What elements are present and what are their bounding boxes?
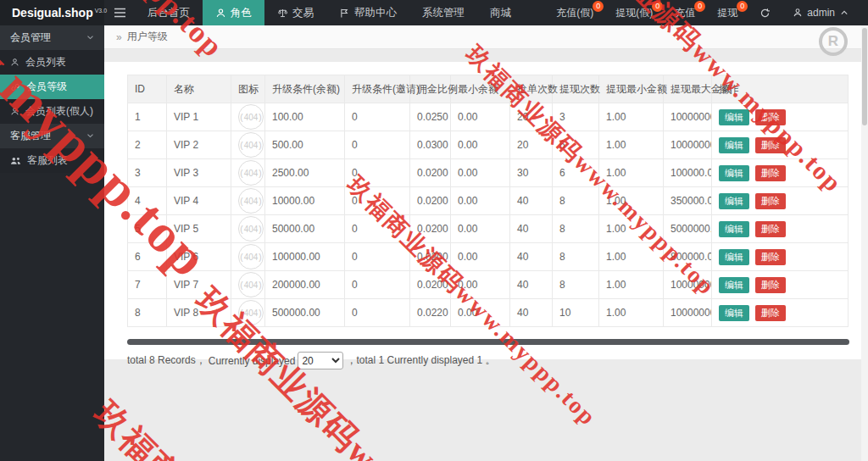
delete-button[interactable]: 删除 xyxy=(755,193,786,209)
sidebar-item-member-list-fake[interactable]: 会员列表(假人) xyxy=(0,99,104,124)
cell: 8 xyxy=(553,271,599,299)
cell: 1.00 xyxy=(599,271,664,299)
nav-label: 交易 xyxy=(292,6,314,20)
sidebar-item-label: 会员列表(假人) xyxy=(25,104,93,119)
delete-button[interactable]: 删除 xyxy=(755,221,786,237)
person-icon xyxy=(215,8,226,19)
cell: 8 xyxy=(553,243,599,271)
admin-page: Desigual.shop V3.0 后台首页 角色 交易 xyxy=(0,0,868,461)
cell: 0.00 xyxy=(451,131,510,159)
nav-label: 后台首页 xyxy=(147,6,190,20)
delete-button[interactable]: 删除 xyxy=(755,249,786,265)
nav-label: 帮助中心 xyxy=(354,6,397,20)
nav-label: 提现(假) xyxy=(615,6,653,20)
cell: 500.00 xyxy=(265,131,345,159)
broken-image-404-icon: 404 xyxy=(238,104,264,130)
pagination: total 8 Records， Currently displayed 20 … xyxy=(127,352,496,369)
nav-item-system[interactable]: 系统管理 xyxy=(409,0,477,25)
icon-cell: 404 xyxy=(231,299,265,327)
nav-item-mall[interactable]: 商城 xyxy=(477,0,524,25)
edit-button[interactable]: 编辑 xyxy=(719,109,749,125)
page-size-select[interactable]: 20 xyxy=(298,352,343,369)
edit-button[interactable]: 编辑 xyxy=(719,137,749,153)
sidebar-item-member-list[interactable]: 会员列表 xyxy=(0,50,104,75)
cell: 50000.00 xyxy=(265,215,345,243)
topbar: Desigual.shop V3.0 后台首页 角色 交易 xyxy=(0,0,868,25)
scrollbar-thumb[interactable] xyxy=(862,28,867,125)
delete-button[interactable]: 删除 xyxy=(755,305,786,321)
cell: VIP 1 xyxy=(167,103,231,131)
withdraw-fake-button[interactable]: 提现(假) 0 xyxy=(604,0,664,25)
sidebar-section-member-mgmt[interactable]: 会员管理 xyxy=(0,25,104,50)
cell: 0.00 xyxy=(451,271,510,299)
sidebar-section-service-mgmt[interactable]: 客服管理 xyxy=(0,124,104,148)
col-header: 名称 xyxy=(167,75,231,103)
nav-label: 商城 xyxy=(490,6,511,20)
delete-button[interactable]: 删除 xyxy=(755,165,786,181)
person-icon xyxy=(793,8,803,18)
cell: 1.00 xyxy=(599,215,664,243)
cell: 0.0200 xyxy=(410,215,451,243)
edit-button[interactable]: 编辑 xyxy=(719,221,749,237)
sidebar-item-label: 会员等级 xyxy=(26,80,67,94)
edit-button[interactable]: 编辑 xyxy=(719,249,749,265)
edit-button[interactable]: 编辑 xyxy=(719,305,749,321)
sidebar-item-label: 会员列表 xyxy=(25,55,66,69)
cell: 0 xyxy=(345,131,410,159)
edit-button[interactable]: 编辑 xyxy=(719,193,749,209)
delete-button[interactable]: 删除 xyxy=(755,137,786,153)
menu-toggle-icon[interactable] xyxy=(104,0,135,25)
vertical-scrollbar[interactable] xyxy=(861,25,868,461)
users-icon xyxy=(10,156,21,165)
nav-item-trade[interactable]: 交易 xyxy=(264,0,326,25)
horizontal-scrollbar[interactable] xyxy=(127,339,849,345)
actions-cell: 编辑删除 xyxy=(712,243,849,271)
table-row: 4VIP 440410000.0000.02000.004081.0035000… xyxy=(128,187,849,215)
user-menu[interactable]: admin xyxy=(782,0,860,25)
actions-cell: 编辑删除 xyxy=(712,187,849,215)
records-total-text: total 8 Records， xyxy=(127,353,206,368)
cell: 0 xyxy=(345,159,410,187)
breadcrumb-arrow-icon: » xyxy=(116,31,122,43)
broken-image-404-icon: 404 xyxy=(238,272,264,297)
recharge-button[interactable]: 充值 0 xyxy=(664,0,706,25)
actions-cell: 编辑删除 xyxy=(712,131,849,159)
cell: 6 xyxy=(553,159,599,187)
cell: 40 xyxy=(510,187,553,215)
cell: 0.0200 xyxy=(410,243,451,271)
cell: 100.00 xyxy=(265,103,345,131)
user-level-table: ID 名称 图标 升级条件(余额) 升级条件(邀请) 佣金比例 最小余额 抢单次… xyxy=(127,75,849,327)
cell: 10 xyxy=(553,299,599,327)
nav-item-roles[interactable]: 角色 xyxy=(203,0,264,25)
nav-label: 提现 xyxy=(717,6,737,20)
cell: 1 xyxy=(128,103,167,131)
sidebar-item-service-list[interactable]: 客服列表 xyxy=(0,148,104,173)
icon-cell: 404 xyxy=(231,103,265,131)
page-info-text: ，total 1 Currently displayed 1 。 xyxy=(346,353,495,368)
sidebar-item-member-level[interactable]: 会员等级 xyxy=(0,75,104,99)
delete-button[interactable]: 删除 xyxy=(755,109,786,125)
nav-item-help-center[interactable]: 帮助中心 xyxy=(326,0,409,25)
edit-button[interactable]: 编辑 xyxy=(719,277,749,293)
col-header: 最小余额 xyxy=(451,75,510,103)
icon-cell: 404 xyxy=(231,243,265,271)
top-nav: 后台首页 角色 交易 帮助中心 系统管理 xyxy=(135,0,524,25)
scales-icon xyxy=(277,8,288,19)
edit-button[interactable]: 编辑 xyxy=(719,165,749,181)
nav-item-dashboard[interactable]: 后台首页 xyxy=(135,0,203,25)
cell: 1.00 xyxy=(599,103,664,131)
table-row: 3VIP 34042500.0000.02000.003061.00100000… xyxy=(128,159,849,187)
chevron-down-icon xyxy=(86,35,94,41)
cell: 3 xyxy=(553,103,599,131)
app-logo-text: Desigual.shop xyxy=(12,6,93,19)
col-header: ID xyxy=(128,75,167,103)
withdraw-button[interactable]: 提现 0 xyxy=(706,0,748,25)
page-size-label: Currently displayed xyxy=(209,355,296,367)
sidebar-item-label: 客服列表 xyxy=(27,153,68,168)
delete-button[interactable]: 删除 xyxy=(755,277,786,293)
cell: 0 xyxy=(345,187,410,215)
col-header: 提现最小金额 xyxy=(599,75,664,103)
cell: 20 xyxy=(510,131,553,159)
recharge-fake-button[interactable]: 充值(假) 0 xyxy=(545,0,604,25)
refresh-icon[interactable] xyxy=(748,0,782,25)
